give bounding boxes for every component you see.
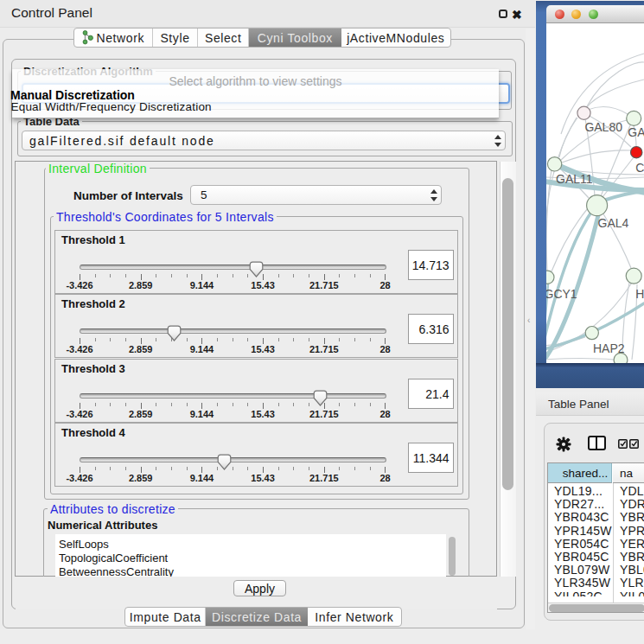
svg-text:GA: GA (628, 125, 644, 139)
svg-text:GAL4: GAL4 (598, 216, 629, 230)
svg-text:HAP2: HAP2 (593, 341, 625, 355)
svg-text:GCY1: GCY1 (546, 287, 577, 301)
svg-text:H: H (635, 287, 644, 301)
svg-text:C: C (635, 161, 644, 175)
svg-text:GAL80: GAL80 (584, 120, 622, 134)
svg-text:GAL11: GAL11 (556, 172, 593, 186)
